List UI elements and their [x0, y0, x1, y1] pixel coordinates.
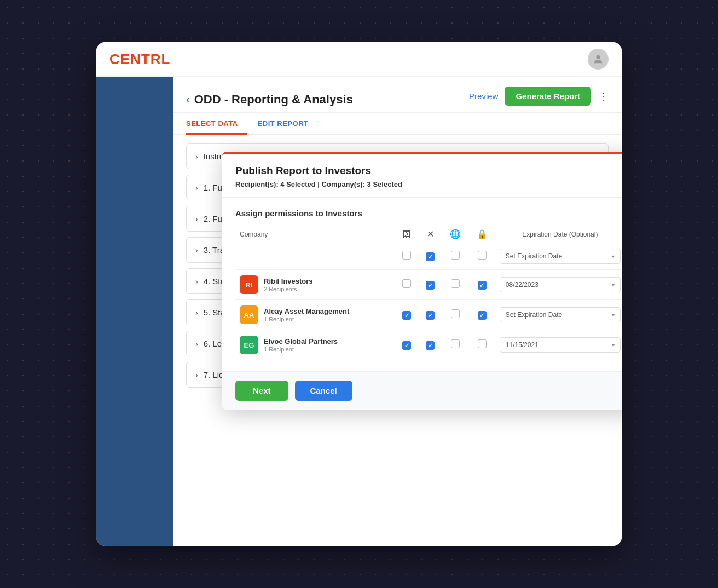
- row2-col4-checkbox[interactable]: [478, 339, 487, 348]
- publish-modal: Publish Report to Investors Recipient(s)…: [222, 152, 622, 410]
- col-icon4-header: 🔒: [468, 226, 495, 243]
- image-icon: 🖼: [402, 229, 411, 239]
- companies-selected: 3 Selected: [367, 180, 402, 188]
- tab-edit-report[interactable]: EDIT REPORT: [258, 113, 317, 135]
- tab-select-data[interactable]: SELECT DATA: [186, 113, 247, 135]
- row1-col3-checkbox[interactable]: [451, 309, 460, 318]
- col-company-header: Company: [235, 226, 395, 243]
- col-icon2-header: ✕: [419, 226, 442, 243]
- top-bar: CENTRL: [96, 42, 622, 77]
- row1-col1-checkbox[interactable]: [402, 311, 411, 320]
- avatar[interactable]: [588, 49, 609, 70]
- company-name: Elvoe Global Partners: [264, 337, 338, 347]
- globe-icon: 🌐: [450, 229, 461, 239]
- company-info: EG Elvoe Global Partners 1 Recipient: [240, 336, 391, 354]
- modal-subtitle: Recipient(s): 4 Selected | Company(s): 3…: [235, 180, 622, 188]
- company-recipients: 1 Recipient: [264, 316, 349, 322]
- row1-date-picker[interactable]: Set Expiration Date ▾: [500, 307, 621, 322]
- page-title: ODD - Reporting & Analysis: [194, 93, 353, 107]
- tabs-bar: SELECT DATA EDIT REPORT: [173, 113, 622, 135]
- header-col2-checkbox[interactable]: [426, 252, 435, 261]
- more-options-icon[interactable]: ⋮: [598, 90, 609, 103]
- header-col3-checkbox[interactable]: [451, 251, 460, 260]
- chevron-icon: ›: [195, 152, 198, 161]
- row2-col2-checkbox[interactable]: [426, 341, 435, 350]
- x-icon: ✕: [427, 229, 434, 239]
- app-window: CENTRL ‹ ODD - Reporting & Analysis Prev…: [96, 42, 622, 546]
- page-header-left: ‹ ODD - Reporting & Analysis: [186, 93, 353, 107]
- modal-footer: Next Cancel: [222, 371, 622, 410]
- chevron-down-icon: ▾: [612, 282, 615, 288]
- col-icon3-header: 🌐: [442, 226, 469, 243]
- chevron-icon: ›: [195, 308, 198, 317]
- row2-date-picker[interactable]: 11/15/2021 ▾: [500, 337, 621, 353]
- header-col1-checkbox[interactable]: [402, 251, 411, 260]
- svg-point-0: [596, 55, 600, 59]
- modal-title: Publish Report to Investors: [235, 165, 622, 177]
- chevron-icon: ›: [195, 339, 198, 348]
- company-info: RI Ribil Investors 2 Recipients: [240, 275, 391, 294]
- modal-header: Publish Report to Investors Recipient(s)…: [222, 154, 622, 198]
- row0-col4-checkbox[interactable]: [478, 281, 487, 290]
- row1-col2-checkbox[interactable]: [426, 311, 435, 320]
- col-icon1-header: 🖼: [395, 226, 419, 243]
- row1-col4-checkbox[interactable]: [478, 311, 487, 320]
- row2-col1-checkbox[interactable]: [402, 341, 411, 350]
- modal-body: Assign permissions to Investors Company …: [222, 198, 622, 371]
- generate-report-button[interactable]: Generate Report: [505, 87, 591, 106]
- next-button[interactable]: Next: [235, 381, 288, 401]
- chevron-icon: ›: [195, 277, 198, 286]
- company-badge-ri: RI: [240, 275, 258, 294]
- back-button[interactable]: ‹: [186, 93, 190, 106]
- header-date-picker[interactable]: Set Expiration Date ▾: [500, 249, 621, 264]
- company-info: AA Aleay Asset Management 1 Recipient: [240, 305, 391, 324]
- company-badge-aa: AA: [240, 305, 258, 324]
- section-title: Assign permissions to Investors: [235, 209, 622, 218]
- col-expiry-header: Expiration Date (Optional): [495, 226, 622, 243]
- page-header: ‹ ODD - Reporting & Analysis Preview Gen…: [173, 77, 622, 113]
- company-name: Ribil Investors: [264, 277, 313, 286]
- table-row: EG Elvoe Global Partners 1 Recipient: [235, 330, 622, 360]
- app-logo: CENTRL: [109, 51, 170, 68]
- chevron-icon: ›: [195, 246, 198, 255]
- chevron-icon: ›: [195, 183, 198, 192]
- chevron-down-icon: ▾: [612, 312, 615, 318]
- row0-col2-checkbox[interactable]: [426, 281, 435, 290]
- page-header-right: Preview Generate Report ⋮: [469, 87, 609, 112]
- row0-col1-checkbox[interactable]: [402, 279, 411, 288]
- chevron-down-icon: ▾: [612, 253, 615, 260]
- company-recipients: 2 Recipients: [264, 286, 313, 292]
- cancel-button[interactable]: Cancel: [295, 381, 352, 401]
- header-col4-checkbox[interactable]: [478, 251, 487, 260]
- chevron-down-icon: ▾: [612, 342, 615, 348]
- company-recipients: 1 Recipient: [264, 346, 338, 353]
- company-badge-eg: EG: [240, 336, 258, 354]
- table-row: RI Ribil Investors 2 Recipients: [235, 270, 622, 300]
- preview-link[interactable]: Preview: [469, 91, 498, 101]
- company-name: Aleay Asset Management: [264, 307, 349, 316]
- row0-col3-checkbox[interactable]: [451, 279, 460, 288]
- header-checkbox-row: Set Expiration Date ▾: [235, 243, 622, 270]
- recipients-selected: 4 Selected: [280, 180, 315, 188]
- sidebar: [96, 77, 173, 546]
- chevron-icon: ›: [195, 215, 198, 223]
- lock-icon: 🔒: [477, 229, 488, 239]
- chevron-icon: ›: [195, 371, 198, 379]
- table-row: AA Aleay Asset Management 1 Recipient: [235, 300, 622, 330]
- permissions-table: Company 🖼 ✕ 🌐 🔒: [235, 226, 622, 360]
- row0-date-picker[interactable]: 08/22/2023 ▾: [500, 277, 621, 292]
- row2-col3-checkbox[interactable]: [451, 339, 460, 348]
